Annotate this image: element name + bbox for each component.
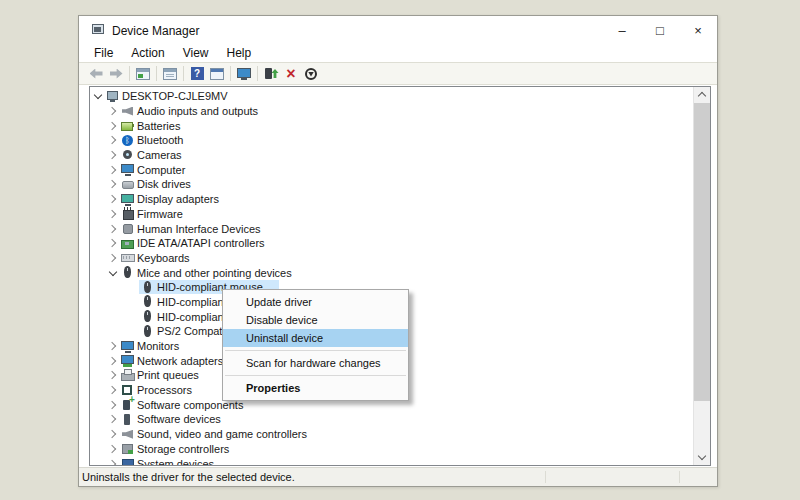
uninstall-x-icon — [286, 66, 295, 82]
toolbar — [79, 62, 717, 85]
menu-file[interactable]: File — [85, 45, 122, 62]
chevron-right-icon[interactable] — [107, 402, 119, 408]
tree-item-firmware[interactable]: Firmware — [90, 207, 694, 222]
chevron-up-icon — [698, 92, 706, 100]
menu-view[interactable]: View — [174, 45, 218, 62]
context-menu-item-update-driver[interactable]: Update driver — [223, 293, 408, 311]
chevron-right-icon[interactable] — [107, 211, 119, 217]
tree-item-audio-inputs-and-outputs[interactable]: Audio inputs and outputs — [90, 104, 694, 119]
tree-item-desktop-cjle9mv[interactable]: DESKTOP-CJLE9MV — [90, 89, 694, 104]
system-device-icon — [121, 457, 134, 466]
chevron-right-icon[interactable] — [107, 416, 119, 422]
properties-button[interactable] — [160, 64, 180, 84]
devices-window-button[interactable] — [207, 64, 227, 84]
firmware-chip-icon — [121, 207, 134, 220]
window-title: Device Manager — [112, 24, 199, 38]
software-component-icon — [121, 398, 134, 411]
chevron-right-icon[interactable] — [107, 255, 119, 261]
tree-item-display-adapters[interactable]: Display adapters — [90, 192, 694, 207]
tree-item-ide-ata-atapi-controllers[interactable]: IDE ATA/ATAPI controllers — [90, 236, 694, 251]
tree-item-mice-and-other-pointing-devices[interactable]: Mice and other pointing devices — [90, 265, 694, 280]
device-manager-icon — [91, 24, 105, 37]
battery-icon — [121, 119, 134, 132]
tree-item-cameras[interactable]: Cameras — [90, 148, 694, 163]
console-tree-icon — [136, 68, 150, 80]
tree-item-label: IDE ATA/ATAPI controllers — [134, 236, 267, 250]
chevron-right-icon[interactable] — [107, 152, 119, 158]
chevron-right-icon[interactable] — [107, 446, 119, 452]
tree-item-sound-video-and-game-controllers[interactable]: Sound, video and game controllers — [90, 427, 694, 442]
properties-icon — [163, 68, 177, 80]
tree-item-keyboards[interactable]: Keyboards — [90, 251, 694, 266]
chevron-right-icon[interactable] — [107, 123, 119, 129]
chevron-right-icon[interactable] — [107, 431, 119, 437]
show-console-tree-button[interactable] — [133, 64, 153, 84]
chevron-right-icon[interactable] — [107, 358, 119, 364]
chevron-right-icon[interactable] — [107, 108, 119, 114]
tree-item-disk-drives[interactable]: Disk drives — [90, 177, 694, 192]
context-menu-item-disable-device[interactable]: Disable device — [223, 311, 408, 329]
menu-action[interactable]: Action — [122, 45, 173, 62]
context-menu-item-properties[interactable]: Properties — [223, 379, 408, 397]
close-button[interactable]: × — [679, 16, 717, 45]
disk-drive-icon — [121, 178, 134, 191]
status-text: Uninstalls the driver for the selected d… — [79, 471, 295, 483]
chevron-right-icon[interactable] — [107, 137, 119, 143]
chevron-right-icon[interactable] — [107, 343, 119, 349]
tree-item-batteries[interactable]: Batteries — [90, 118, 694, 133]
monitor-icon — [121, 163, 134, 176]
tree-item-label: Cameras — [134, 148, 184, 162]
tree-item-label: Print queues — [134, 368, 201, 382]
tree-item-system-devices[interactable]: System devices — [90, 456, 694, 466]
devices-window-icon — [210, 68, 224, 80]
tree-item-computer[interactable]: Computer — [90, 162, 694, 177]
disable-device-icon — [305, 68, 317, 80]
chevron-right-icon[interactable] — [107, 196, 119, 202]
disable-device-button[interactable] — [301, 64, 321, 84]
computer-button[interactable] — [234, 64, 254, 84]
tree-item-label: Network adapters — [134, 354, 225, 368]
back-button[interactable] — [86, 64, 106, 84]
forward-button[interactable] — [106, 64, 126, 84]
tree-item-human-interface-devices[interactable]: Human Interface Devices — [90, 221, 694, 236]
vertical-scrollbar[interactable] — [693, 87, 710, 465]
chevron-right-icon[interactable] — [107, 167, 119, 173]
tree-item-label: Batteries — [134, 119, 182, 133]
chevron-right-icon[interactable] — [107, 461, 119, 466]
chevron-down-icon[interactable] — [92, 94, 104, 98]
chevron-right-icon[interactable] — [107, 387, 119, 393]
storage-controller-icon — [121, 442, 134, 455]
menu-help[interactable]: Help — [218, 45, 261, 62]
forward-arrow-icon — [110, 69, 123, 79]
maximize-button[interactable]: □ — [641, 16, 679, 45]
help-button[interactable] — [187, 64, 207, 84]
toolbar-separator — [129, 66, 130, 81]
title-bar[interactable]: Device Manager – □ × — [79, 16, 717, 45]
tree-item-label: System devices — [134, 457, 216, 466]
chevron-right-icon[interactable] — [107, 372, 119, 378]
scroll-up-button[interactable] — [694, 87, 710, 102]
context-menu-item-scan-for-hardware-changes[interactable]: Scan for hardware changes — [223, 354, 408, 372]
menu-bar: File Action View Help — [79, 45, 717, 62]
status-bar-divider — [545, 471, 546, 483]
chevron-right-icon[interactable] — [107, 226, 119, 232]
tree-item-bluetooth[interactable]: Bluetooth — [90, 133, 694, 148]
bluetooth-icon — [121, 134, 134, 147]
chevron-right-icon[interactable] — [107, 181, 119, 187]
tree-item-storage-controllers[interactable]: Storage controllers — [90, 442, 694, 457]
status-bar-divider — [679, 471, 680, 483]
uninstall-device-button[interactable] — [281, 64, 301, 84]
network-adapter-icon — [121, 354, 134, 367]
scroll-down-button[interactable] — [694, 450, 710, 465]
chevron-right-icon[interactable] — [107, 240, 119, 246]
device-tree-panel: DESKTOP-CJLE9MV Audio inputs and outputs… — [89, 86, 711, 466]
minimize-button[interactable]: – — [603, 16, 641, 45]
update-driver-icon — [264, 67, 279, 80]
tree-item-software-devices[interactable]: Software devices — [90, 412, 694, 427]
chevron-down-icon[interactable] — [107, 271, 119, 275]
speaker-icon — [121, 105, 134, 118]
scrollbar-thumb[interactable] — [694, 103, 710, 401]
context-menu-separator — [225, 375, 406, 376]
context-menu-item-uninstall-device[interactable]: Uninstall device — [223, 329, 408, 347]
update-driver-button[interactable] — [261, 64, 281, 84]
